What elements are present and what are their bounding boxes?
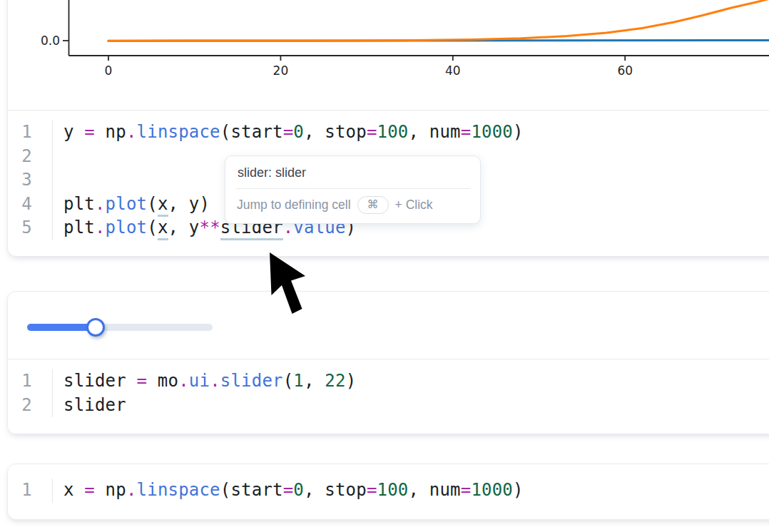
token-txt: , stop — [304, 122, 367, 142]
code-line[interactable]: 1x = np.linspace(start=0, stop=100, num=… — [8, 479, 769, 503]
tooltip-shortcut-suffix: + Click — [395, 198, 433, 213]
code-text: plt.plot(x, y) — [53, 193, 210, 217]
token-txt: , stop — [304, 480, 367, 500]
token-txt: ( — [147, 194, 158, 214]
variable-tooltip: slider: slider Jump to defining cell ⌘ +… — [225, 155, 481, 224]
line-number: 2 — [8, 145, 53, 169]
token-num: 0 — [293, 480, 304, 500]
token-num: 100 — [377, 480, 409, 500]
slider-output — [8, 292, 769, 359]
token-op: . — [95, 194, 106, 214]
command-key-icon: ⌘ — [357, 196, 389, 214]
code-text: x = np.linspace(start=0, stop=100, num=1… — [53, 479, 524, 503]
token-txt: (start — [220, 480, 283, 500]
token-num: 1000 — [471, 122, 513, 142]
token-fn: plot — [106, 218, 148, 237]
token-fn: linspace — [137, 122, 220, 142]
token-num: 1 — [293, 371, 304, 391]
token-txt: , num — [409, 480, 461, 500]
slider-fill — [27, 324, 96, 331]
token-op: . — [178, 371, 189, 391]
line-number: 4 — [8, 193, 53, 217]
variable-link[interactable]: x — [158, 194, 168, 217]
token-txt: np — [95, 480, 126, 500]
code-editor-x[interactable]: 1x = np.linspace(start=0, stop=100, num=… — [8, 464, 769, 517]
token-txt: (start — [220, 122, 283, 142]
token-fn: linspace — [137, 480, 220, 500]
token-txt: , y — [168, 218, 200, 237]
token-txt: plt — [63, 194, 95, 214]
slider-thumb[interactable] — [86, 318, 105, 337]
line-number: 3 — [8, 168, 53, 193]
plot-output — [8, 0, 769, 111]
code-line[interactable]: 2slider — [8, 394, 769, 418]
token-num: 1000 — [471, 480, 513, 500]
token-txt: , num — [409, 122, 461, 142]
token-op: . — [126, 480, 137, 500]
code-text: slider — [53, 394, 126, 418]
token-num: 22 — [325, 371, 345, 391]
token-txt: , y) — [168, 194, 210, 214]
token-num: 100 — [377, 122, 409, 142]
token-fn: ui — [189, 371, 210, 391]
token-fn: plot — [106, 194, 148, 214]
token-txt: np — [95, 122, 126, 142]
token-txt: mo — [147, 371, 178, 391]
token-txt: ) — [346, 371, 357, 391]
token-fn: slider — [220, 371, 283, 391]
token-txt: , — [304, 371, 325, 391]
token-op: = — [461, 122, 472, 142]
token-op: = — [84, 122, 95, 142]
token-txt: slider — [63, 395, 126, 415]
token-op: = — [367, 122, 377, 142]
token-txt: x — [63, 480, 84, 500]
code-editor-slider[interactable]: 1slider = mo.ui.slider(1, 22)2slider — [8, 359, 769, 430]
token-op: . — [95, 218, 106, 237]
tooltip-footer: Jump to defining cell ⌘ + Click — [225, 189, 480, 223]
token-op: = — [283, 122, 294, 142]
token-txt: slider — [63, 371, 137, 391]
token-txt: ( — [147, 218, 158, 237]
tooltip-action-label: Jump to defining cell — [237, 198, 351, 213]
token-txt: ( — [283, 371, 294, 391]
line-number: 1 — [8, 121, 53, 145]
code-text — [53, 145, 63, 169]
line-number: 1 — [8, 369, 53, 394]
line-number: 5 — [8, 216, 53, 240]
code-line[interactable]: 1slider = mo.ui.slider(1, 22) — [8, 369, 769, 394]
token-txt: plt — [63, 218, 95, 237]
code-line[interactable]: 1y = np.linspace(start=0, stop=100, num=… — [8, 121, 769, 145]
token-op: ** — [199, 218, 220, 237]
slider-widget[interactable] — [27, 318, 213, 337]
marimo-notebook-page: 1y = np.linspace(start=0, stop=100, num=… — [0, 0, 769, 532]
token-op: = — [84, 480, 95, 500]
variable-link[interactable]: x — [158, 218, 168, 240]
tooltip-title: slider: slider — [225, 156, 480, 188]
notebook-cell-x: 1x = np.linspace(start=0, stop=100, num=… — [7, 464, 769, 520]
code-text — [53, 168, 63, 193]
token-op: = — [461, 480, 472, 500]
token-op: . — [126, 122, 137, 142]
token-num: 0 — [293, 122, 304, 142]
token-txt: y — [63, 122, 84, 142]
line-number: 1 — [8, 479, 53, 503]
notebook-cell-slider: 1slider = mo.ui.slider(1, 22)2slider — [7, 291, 769, 434]
line-number: 2 — [8, 394, 53, 418]
token-txt: ) — [513, 122, 524, 142]
code-text: slider = mo.ui.slider(1, 22) — [53, 369, 356, 394]
code-text: y = np.linspace(start=0, stop=100, num=1… — [53, 121, 524, 145]
token-op: = — [283, 480, 294, 500]
token-txt: ) — [513, 480, 524, 500]
token-op: . — [210, 371, 220, 391]
token-op: = — [137, 371, 148, 391]
token-op: = — [367, 480, 377, 500]
